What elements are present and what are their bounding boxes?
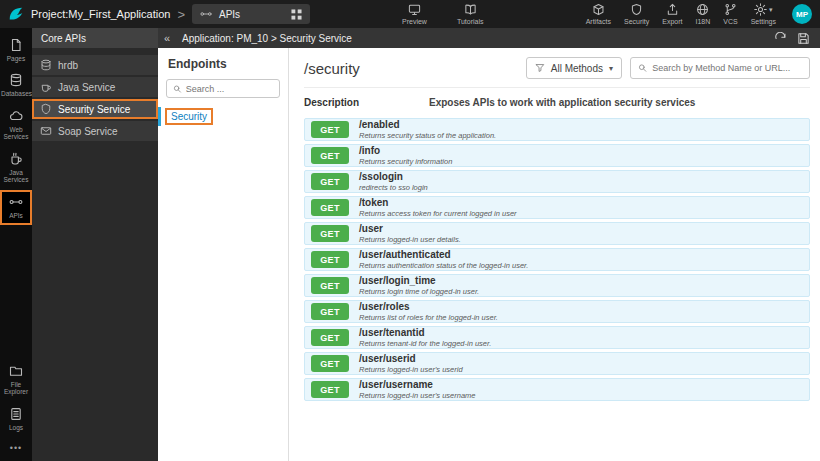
endpoint-row[interactable]: GET /user/username Returns logged-in use…	[304, 378, 810, 401]
endpoint-row[interactable]: GET /user/login_time Returns login time …	[304, 274, 810, 297]
endpoint-info: /ssologin redirects to sso login	[359, 171, 428, 192]
i18n-button[interactable]: I18N	[696, 3, 711, 25]
endpoint-path: /user	[359, 223, 461, 235]
app-logo-icon[interactable]	[7, 5, 25, 23]
user-avatar[interactable]: MP	[792, 4, 812, 24]
apis-selector-label: APIs	[219, 9, 240, 20]
endpoint-description: Returns logged-in user's username	[359, 391, 476, 400]
core-api-item-hrdb[interactable]: hrdb	[32, 55, 158, 75]
method-badge[interactable]: GET	[311, 225, 349, 242]
api-connector-icon	[9, 195, 23, 209]
core-apis-panel-title: Core APIs	[32, 28, 158, 48]
cloud-icon	[9, 109, 23, 123]
vcs-button[interactable]: VCS	[723, 3, 737, 25]
endpoint-list: GET /enabled Returns security status of …	[304, 118, 810, 401]
grid-icon[interactable]	[291, 9, 302, 20]
core-api-item-java-service[interactable]: Java Service	[32, 77, 158, 97]
sidebar-spacer	[0, 225, 32, 358]
endpoint-row[interactable]: GET /info Returns security information	[304, 144, 810, 167]
description-label: Description	[304, 97, 429, 108]
more-options-icon[interactable]: •••	[0, 437, 32, 461]
endpoint-path: /user/userid	[359, 353, 463, 365]
endpoint-group-security[interactable]: Security	[158, 107, 288, 126]
content-header-strip: Core APIs « Application: PM_10 > Securit…	[32, 28, 820, 48]
tutorials-icon	[464, 3, 477, 16]
core-api-item-label: hrdb	[58, 60, 78, 71]
method-badge[interactable]: GET	[311, 381, 349, 398]
apis-selector[interactable]: APIs	[192, 4, 310, 24]
endpoint-row[interactable]: GET /user/userid Returns logged-in user'…	[304, 352, 810, 375]
filter-funnel-icon	[535, 63, 545, 73]
sidebar-item-label: APIs	[1, 212, 31, 219]
method-badge[interactable]: GET	[311, 355, 349, 372]
settings-label: Settings	[751, 18, 776, 25]
method-badge[interactable]: GET	[311, 199, 349, 216]
refresh-button[interactable]	[774, 32, 787, 45]
endpoints-search-input[interactable]	[186, 84, 273, 94]
shield-icon	[40, 103, 52, 115]
method-badge[interactable]: GET	[311, 251, 349, 268]
search-icon	[638, 63, 647, 73]
endpoint-row[interactable]: GET /enabled Returns security status of …	[304, 118, 810, 141]
database-icon	[40, 59, 52, 71]
method-badge[interactable]: GET	[311, 303, 349, 320]
core-apis-panel: hrdb Java Service Security Service Soap …	[32, 48, 158, 461]
sidebar-item-pages[interactable]: Pages	[0, 33, 32, 68]
chevron-right-icon: >	[177, 8, 185, 21]
artifacts-button[interactable]: Artifacts	[586, 3, 611, 25]
endpoint-row[interactable]: GET /user/authenticated Returns authenti…	[304, 248, 810, 271]
endpoint-row[interactable]: GET /user/tenantid Returns tenant-id for…	[304, 326, 810, 349]
log-file-icon	[9, 407, 23, 421]
method-badge[interactable]: GET	[311, 173, 349, 190]
method-badge[interactable]: GET	[311, 121, 349, 138]
sidebar-item-web-services[interactable]: Web Services	[0, 104, 32, 147]
export-button[interactable]: Export	[662, 3, 682, 25]
save-button[interactable]	[797, 32, 810, 45]
endpoint-row[interactable]: GET /ssologin redirects to sso login	[304, 170, 810, 193]
security-label: Security	[624, 18, 649, 25]
core-api-item-security-service[interactable]: Security Service	[32, 99, 158, 119]
method-search[interactable]	[630, 57, 810, 79]
endpoint-info: /user/roles Returns list of roles for th…	[359, 301, 498, 322]
method-badge[interactable]: GET	[311, 147, 349, 164]
core-api-item-label: Soap Service	[58, 126, 117, 137]
sidebar-item-logs[interactable]: Logs	[0, 402, 32, 437]
endpoint-row[interactable]: GET /user/roles Returns list of roles fo…	[304, 300, 810, 323]
settings-button[interactable]: ▾ Settings	[751, 3, 776, 25]
sidebar-item-java-services[interactable]: Java Services	[0, 147, 32, 190]
endpoints-panel-title: Endpoints	[158, 57, 288, 79]
refresh-icon	[774, 32, 787, 45]
api-detail-panel: /security All Methods ▾	[289, 48, 820, 461]
endpoints-search[interactable]	[166, 79, 280, 98]
endpoint-info: /enabled Returns security status of the …	[359, 119, 496, 140]
endpoint-description: Returns access token for current logged …	[359, 209, 517, 218]
vcs-label: VCS	[723, 18, 737, 25]
i18n-label: I18N	[696, 18, 711, 25]
topbar-center: Preview Tutorials	[402, 3, 484, 25]
endpoint-info: /token Returns access token for current …	[359, 197, 517, 218]
sidebar-item-file-explorer[interactable]: File Explorer	[0, 359, 32, 402]
sidebar-item-apis[interactable]: APIs	[0, 190, 32, 225]
tutorials-button[interactable]: Tutorials	[457, 3, 484, 25]
method-badge[interactable]: GET	[311, 329, 349, 346]
endpoint-info: /user/userid Returns logged-in user's us…	[359, 353, 463, 374]
methods-filter-label: All Methods	[551, 63, 603, 74]
sidebar-item-databases[interactable]: Databases	[0, 68, 32, 103]
core-api-item-soap-service[interactable]: Soap Service	[32, 121, 158, 141]
preview-button[interactable]: Preview	[402, 3, 427, 25]
endpoint-row[interactable]: GET /token Returns access token for curr…	[304, 196, 810, 219]
gear-icon	[754, 3, 767, 16]
security-button[interactable]: Security	[624, 3, 649, 25]
endpoint-description: Returns tenant-id for the logged-in user…	[359, 339, 491, 348]
endpoint-row[interactable]: GET /user Returns logged-in user details…	[304, 222, 810, 245]
methods-filter-dropdown[interactable]: All Methods ▾	[526, 57, 622, 79]
collapse-panel-button[interactable]: «	[158, 32, 176, 44]
endpoint-path: /user/tenantid	[359, 327, 491, 339]
sidebar-item-label: Java Services	[1, 169, 31, 184]
sidebar-item-label: Pages	[1, 55, 31, 62]
export-label: Export	[662, 18, 682, 25]
preview-icon	[408, 3, 421, 16]
method-search-input[interactable]	[652, 63, 802, 73]
endpoint-path: /user/authenticated	[359, 249, 528, 261]
method-badge[interactable]: GET	[311, 277, 349, 294]
